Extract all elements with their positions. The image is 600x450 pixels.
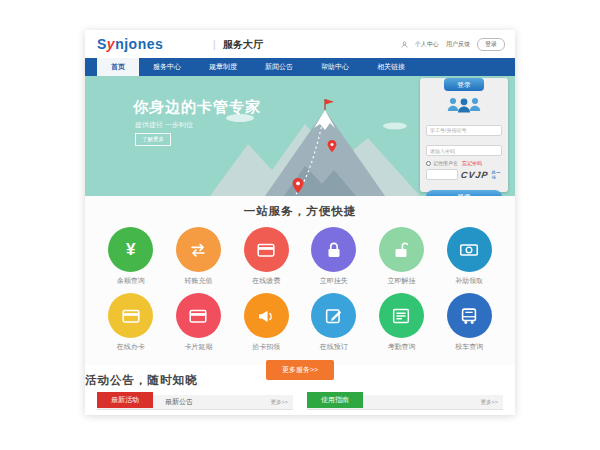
nav-item-help[interactable]: 帮助中心: [307, 58, 363, 76]
users-icon: [445, 95, 483, 115]
hero-subtitle: 提供捷径 一步到位: [135, 120, 193, 130]
service-school-bus[interactable]: 校车查询: [435, 293, 503, 352]
guide-panel-header: 使用指南 更多>>: [307, 395, 503, 410]
site-title: 服务大厅: [223, 38, 263, 52]
service-card-extension[interactable]: 卡片延期: [165, 293, 233, 352]
more-services-button[interactable]: 更多服务>>: [266, 360, 334, 380]
feedback-link[interactable]: 用户反馈: [446, 40, 470, 49]
megaphone-icon: [255, 305, 277, 327]
tab-latest-activities[interactable]: 最新活动: [97, 392, 153, 408]
activities-more-link[interactable]: 更多>>: [271, 399, 293, 406]
card-icon: [187, 305, 209, 327]
captcha-input[interactable]: [426, 169, 458, 180]
login-panel: 登录 记住用户名 忘记密码 CVJP 换一张 登录: [420, 78, 508, 192]
service-lost-found[interactable]: 拾卡招领: [232, 293, 300, 352]
person-icon: [401, 41, 408, 48]
logo-accent: y: [107, 36, 115, 52]
service-online-booking[interactable]: 在线预订: [300, 293, 368, 352]
yen-icon: ¥: [126, 241, 135, 258]
nav-item-home[interactable]: 首页: [97, 58, 139, 76]
login-tab[interactable]: 登录: [444, 78, 484, 91]
page: Synjones | 服务大厅 个人中心 用户反馈 登录 首页 服务中心 规章制…: [85, 30, 515, 415]
remember-checkbox[interactable]: [426, 161, 431, 166]
captcha-row: CVJP 换一张: [426, 169, 502, 180]
services-section: 一站服务，方便快捷 ¥ 余额查询 转账充值 在线缴费: [85, 196, 515, 365]
service-pay-online[interactable]: 在线缴费: [232, 227, 300, 286]
card-icon: [120, 305, 142, 327]
service-transfer[interactable]: 转账充值: [165, 227, 233, 286]
bus-icon: [458, 305, 480, 327]
banknote-icon: [458, 239, 480, 261]
captcha-refresh-link[interactable]: 换一张: [492, 170, 502, 180]
remember-label: 记住用户名: [433, 160, 458, 166]
tab-user-guide[interactable]: 使用指南: [307, 392, 363, 408]
lock-icon: [323, 239, 345, 261]
nav-item-news[interactable]: 新闻公告: [251, 58, 307, 76]
activities-panel: 最新活动 最新公告 更多>>: [97, 395, 293, 410]
service-cancel-loss[interactable]: 立即解挂: [368, 227, 436, 286]
service-balance[interactable]: ¥ 余额查询: [97, 227, 165, 286]
nav-item-service-center[interactable]: 服务中心: [139, 58, 195, 76]
logo[interactable]: Synjones: [97, 36, 163, 52]
card-icon: [255, 239, 277, 261]
remember-row: 记住用户名 忘记密码: [426, 160, 502, 166]
nav-item-rules[interactable]: 规章制度: [195, 58, 251, 76]
unlock-icon: [390, 239, 412, 261]
header-login-button[interactable]: 登录: [477, 38, 505, 51]
logo-divider: |: [213, 39, 216, 50]
activities-panel-header: 最新活动 最新公告 更多>>: [97, 395, 293, 410]
username-input[interactable]: [426, 125, 502, 136]
hero-cta-button[interactable]: 了解更多: [135, 133, 171, 146]
service-attendance[interactable]: 考勤查询: [368, 293, 436, 352]
services-title: 一站服务，方便快捷: [85, 196, 515, 219]
main-nav: 首页 服务中心 规章制度 新闻公告 帮助中心 相关链接: [85, 58, 515, 76]
service-subsidy[interactable]: 补助领取: [435, 227, 503, 286]
user-center-link[interactable]: 个人中心: [415, 40, 439, 49]
services-grid: ¥ 余额查询 转账充值 在线缴费 立即挂失: [85, 219, 515, 352]
tab-latest-announcements[interactable]: 最新公告: [165, 397, 193, 407]
announcement-panels: 最新活动 最新公告 更多>> 使用指南 更多>>: [85, 395, 515, 410]
transfer-icon: [187, 239, 209, 261]
service-apply-card[interactable]: 在线办卡: [97, 293, 165, 352]
nav-item-links[interactable]: 相关链接: [363, 58, 419, 76]
header-right: 个人中心 用户反馈 登录: [401, 38, 505, 51]
guide-panel: 使用指南 更多>>: [307, 395, 503, 410]
password-input[interactable]: [426, 145, 502, 156]
list-icon: [390, 305, 412, 327]
header: Synjones | 服务大厅 个人中心 用户反馈 登录: [85, 30, 515, 58]
login-submit-button[interactable]: 登录: [426, 190, 502, 196]
hero-title: 你身边的卡管专家: [133, 98, 261, 117]
edit-icon: [323, 305, 345, 327]
service-report-loss[interactable]: 立即挂失: [300, 227, 368, 286]
captcha-image: CVJP: [460, 170, 489, 180]
hero-banner: 你身边的卡管专家 提供捷径 一步到位 了解更多 登录 记住用户名 忘记密码 CV…: [85, 76, 515, 196]
guide-more-link[interactable]: 更多>>: [481, 399, 503, 406]
forgot-password-link[interactable]: 忘记密码: [462, 160, 482, 166]
